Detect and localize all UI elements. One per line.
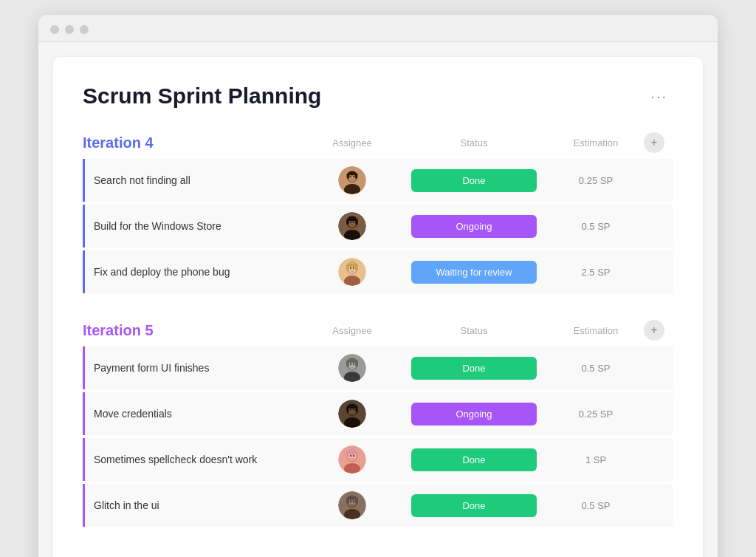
svg-point-44 (346, 406, 349, 413)
task-row: Sometimes spellcheck doesn't work (83, 438, 673, 481)
assignee-cell (304, 400, 400, 428)
estimation-cell: 0.25 SP (548, 409, 644, 420)
avatar (338, 445, 366, 474)
svg-point-14 (353, 222, 354, 224)
svg-point-62 (346, 497, 349, 505)
task-row: Build for the Windows Store (83, 205, 673, 247)
svg-point-13 (350, 222, 351, 224)
svg-point-45 (355, 406, 358, 413)
svg-point-60 (353, 501, 354, 503)
svg-point-42 (353, 409, 354, 411)
dot-yellow (65, 25, 74, 34)
svg-point-26 (355, 264, 358, 271)
task-name: Move credentials (94, 408, 304, 420)
status-cell: Waiting for review (400, 261, 548, 284)
svg-point-8 (355, 173, 358, 179)
status-cell: Ongoing (400, 215, 548, 238)
task-row: Glitch in the ui (83, 484, 673, 527)
status-badge: Done (411, 448, 537, 471)
more-options-button[interactable]: ··· (645, 85, 673, 108)
svg-point-25 (346, 264, 349, 271)
svg-point-63 (355, 497, 358, 505)
iteration-5-header: Iteration 5 Assignee Status Estimation + (83, 320, 673, 341)
status-badge: Done (411, 357, 537, 380)
avatar-svg (338, 166, 366, 194)
svg-point-35 (346, 360, 349, 367)
status-cell: Done (400, 494, 548, 517)
main-content: Scrum Sprint Planning ··· Iteration 4 As… (53, 57, 703, 557)
app-window: Scrum Sprint Planning ··· Iteration 4 As… (38, 15, 718, 557)
svg-point-59 (350, 501, 351, 503)
svg-point-43 (348, 404, 357, 409)
svg-point-33 (353, 363, 354, 366)
estimation-cell: 0.5 SP (548, 363, 644, 374)
col-header-estimation-4: Estimation (548, 137, 644, 148)
task-name: Payment form UI finishes (94, 362, 304, 374)
status-badge: Ongoing (411, 403, 537, 426)
svg-point-50 (350, 455, 351, 457)
assignee-cell (304, 354, 400, 382)
iteration-4-header: Iteration 4 Assignee Status Estimation + (83, 132, 673, 153)
avatar (338, 258, 366, 286)
avatar (338, 491, 366, 519)
svg-point-41 (350, 409, 351, 411)
status-badge: Ongoing (411, 215, 537, 238)
page-header: Scrum Sprint Planning ··· (83, 83, 673, 109)
avatar-svg (338, 354, 366, 382)
svg-point-64 (348, 505, 356, 508)
col-header-estimation-5: Estimation (548, 325, 644, 336)
task-row: Move credentials (83, 392, 673, 435)
estimation-cell: 2.5 SP (548, 267, 644, 278)
assignee-cell (304, 258, 400, 286)
svg-point-32 (350, 363, 351, 366)
task-name: Build for the Windows Store (94, 220, 304, 232)
status-badge: Done (411, 494, 537, 517)
task-name: Sometimes spellcheck doesn't work (94, 454, 304, 465)
col-header-status-5: Status (400, 325, 548, 336)
svg-point-51 (353, 455, 354, 457)
add-task-iteration-4-button[interactable]: + (644, 132, 664, 153)
assignee-cell (304, 491, 400, 519)
dot-green (80, 25, 89, 34)
svg-point-7 (347, 173, 350, 179)
add-task-iteration-5-button[interactable]: + (644, 320, 664, 341)
col-header-assignee-4: Assignee (304, 137, 400, 148)
assignee-cell (304, 212, 400, 240)
avatar-svg (338, 258, 366, 286)
iteration-4-section: Iteration 4 Assignee Status Estimation +… (83, 132, 673, 293)
iteration-4-title: Iteration 4 (83, 134, 304, 151)
svg-point-22 (350, 267, 351, 270)
status-cell: Done (400, 357, 548, 380)
status-cell: Done (400, 448, 548, 471)
svg-point-15 (348, 216, 357, 222)
avatar-svg (338, 400, 366, 428)
status-cell: Ongoing (400, 403, 548, 426)
svg-point-4 (350, 176, 351, 178)
assignee-cell (304, 445, 400, 474)
assignee-cell (304, 166, 400, 194)
estimation-cell: 0.25 SP (548, 175, 644, 186)
task-name: Fix and deploy the phone bug (94, 266, 304, 278)
task-name: Glitch in the ui (94, 499, 304, 511)
task-row: Search not finding all (83, 159, 673, 202)
avatar-svg (338, 491, 366, 519)
avatar-svg (338, 445, 366, 474)
estimation-cell: 0.5 SP (548, 221, 644, 232)
svg-point-17 (355, 219, 358, 225)
svg-point-23 (353, 267, 354, 270)
task-name: Search not finding all (94, 174, 304, 186)
avatar (338, 354, 366, 382)
dot-red (50, 25, 59, 34)
estimation-cell: 1 SP (548, 454, 644, 465)
col-header-status-4: Status (400, 137, 548, 148)
status-badge: Waiting for review (411, 261, 537, 284)
col-header-assignee-5: Assignee (304, 325, 400, 336)
svg-point-54 (356, 451, 359, 459)
svg-point-52 (348, 449, 357, 455)
iteration-5-section: Iteration 5 Assignee Status Estimation +… (83, 320, 673, 527)
titlebar (38, 15, 718, 42)
avatar (338, 166, 366, 194)
avatar (338, 212, 366, 240)
avatar-svg (338, 212, 366, 240)
page-title: Scrum Sprint Planning (83, 83, 321, 109)
